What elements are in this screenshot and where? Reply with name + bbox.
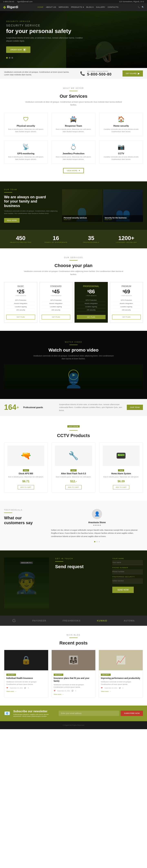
blog-post-2-read-more[interactable]: View more → [54, 693, 94, 695]
service-physical-icon: 🛡 [7, 116, 44, 123]
plans-description: Vestibulum commodo sit dolor sit quisque… [22, 270, 125, 276]
guard-description: Vestibulum commodo sit dolor sit quisque… [4, 210, 58, 215]
blog-post-1-image: 🔒 [4, 650, 48, 670]
logo[interactable]: ◈ Rigardi [3, 5, 18, 9]
service-input[interactable] [112, 578, 143, 583]
request-title: Send request [55, 564, 106, 569]
submit-button[interactable]: Send now [112, 587, 134, 593]
video-section: Watch video Watch our promo video Vestib… [0, 331, 147, 399]
service-home-icon: 🏠 [103, 116, 140, 123]
plan-basic-features: GPS Protection Assets Integration Locati… [6, 299, 35, 312]
guard-read-more-button[interactable]: Read more [4, 218, 20, 223]
nav-home[interactable]: Home [38, 6, 44, 8]
testimonial-right: 👤 Anastasia Stone ★★★★★ Nullam orci dui,… [51, 509, 143, 542]
stat-objects: 450 Objects protected [4, 235, 38, 243]
blog-img-icon-1: 🔒 [21, 655, 31, 665]
main-nav: ◈ Rigardi Home About Us Services Product… [0, 3, 147, 11]
nav-links: Home About Us Services Products ▾ Blog ▾… [38, 6, 118, 8]
name-input[interactable] [112, 560, 143, 565]
calendar-icon: 📅 [6, 687, 8, 689]
form-field-name: Your Name [112, 558, 143, 565]
guard-img-overlay-1: Personal security services Read more → [62, 215, 102, 222]
guard-image-personal: 👤 Personal security services Read more → [62, 189, 102, 222]
plan-premium-button[interactable]: Get plan [112, 315, 141, 319]
testimonial-label: Testimonials [4, 509, 45, 511]
services-subtitle: What We Offer [4, 87, 143, 89]
testimonial-divider [4, 513, 12, 513]
comment-icon-2: 💬 [72, 690, 74, 692]
blog-post-3: 📈 Security Improving performance and pro… [99, 650, 143, 698]
topbar-phone: 1-800-234-43 [3, 1, 14, 3]
our-team-button[interactable]: Our Team [127, 405, 143, 410]
plan-standard-button[interactable]: Get plan [42, 315, 70, 319]
phone-icon: 📞 [80, 71, 85, 76]
guard-image-business: 👥 Security for the business Read more → [103, 189, 143, 222]
nav-gallery[interactable]: Gallery [96, 6, 105, 8]
blog-img-icon-2: 👨‍👩‍👧 [68, 655, 79, 665]
testimonial-dots [51, 541, 143, 542]
top-bar: 1-800-234-43 rigordi@email.com 123 Somew… [0, 0, 147, 3]
testi-dot-3[interactable] [99, 541, 100, 542]
plan-standard-features: GPS Protection Assets Integration Locati… [42, 299, 70, 312]
blog-post-1-read-more[interactable]: View more → [6, 690, 46, 692]
testimonial-avatar: 👤 [92, 509, 102, 519]
nav-products[interactable]: Products ▾ [71, 6, 84, 8]
comment-icon-3: 💬 [119, 687, 121, 689]
newsletter-subscribe-button[interactable]: Subscribe Now [121, 711, 143, 716]
calendar-icon-3: 📅 [101, 687, 103, 689]
product-glock-cart-button[interactable]: Add to cart [18, 485, 34, 489]
blog-divider [69, 638, 78, 638]
blog-section: Main Blog Recent posts 🔒 Security Indivi… [0, 626, 147, 706]
guard-images: 👤 Personal security services Read more →… [62, 189, 143, 222]
cctv-tag: Shop Online [4, 424, 143, 429]
product-alarm-cart-button[interactable]: Add to cart [113, 485, 129, 489]
guard-img-link-1[interactable]: Read more → [64, 219, 100, 220]
product-glock-image: 🔫 [7, 445, 44, 466]
guard-img-overlay-2: Security for the business Read more → [103, 215, 143, 222]
get-guard-button[interactable]: Get guard ▶ [122, 70, 143, 76]
testi-dot-2[interactable] [96, 541, 98, 542]
nav-about[interactable]: About Us [46, 6, 56, 8]
hero-dots [6, 57, 84, 59]
arrow-right-icon-3: → [109, 690, 111, 692]
product-allen: 🔧 Sale Allen Steel Flash Tech 5.5 Duis i… [52, 442, 95, 493]
video-title: Watch our promo video [4, 347, 143, 353]
nav-services[interactable]: Services [58, 6, 69, 8]
testi-dot-1[interactable] [94, 541, 95, 542]
plan-professional-button[interactable]: Get plan [77, 315, 105, 319]
plan-basic-button[interactable]: Get plan [6, 315, 35, 319]
hero-dot-1[interactable] [6, 57, 8, 59]
stat-years: 16 Years of Experience [40, 235, 73, 243]
calendar-icon-2: 📅 [54, 690, 55, 692]
service-home: 🏠 Home security Curabitur venenatis arcu… [99, 113, 143, 136]
view-more-button[interactable]: View More ▼ [63, 168, 84, 173]
view-more-icon: ▼ [78, 169, 80, 172]
video-label: Watch video [4, 341, 143, 343]
nav-blog[interactable]: Blog ▾ [87, 6, 94, 8]
hero-order-button[interactable]: Order now ▶ [6, 46, 30, 53]
services-description: Vestibulum commodo sit dolor sit quisque… [22, 100, 125, 106]
blog-post-3-image: 📈 [99, 650, 143, 670]
cctv-section: Shop Online CCTV Products 🔫 Sale Glock A… [0, 416, 147, 501]
service-response-icon: 🚔 [55, 116, 92, 123]
video-divider [69, 345, 78, 345]
hero-label: Security Service [6, 20, 84, 22]
blog-post-3-read-more[interactable]: View more → [101, 690, 141, 692]
service-jewellery: 💍 Jewellery Protection Duis in lobortis … [52, 140, 95, 164]
guards-number-block: 164 + [4, 403, 19, 412]
plans-section: Our Services Choose your plan Vestibulum… [0, 248, 147, 331]
phone-input[interactable] [112, 569, 143, 574]
product-allen-cart-button[interactable]: Add to cart [65, 485, 82, 489]
newsletter-email-input[interactable] [58, 711, 119, 716]
nav-contacts[interactable]: Contacts [107, 6, 118, 8]
service-physical: 🛡 Physical security Duis in lobortis pur… [4, 113, 48, 136]
plans-divider [69, 260, 78, 260]
plans-title: Choose your plan [4, 263, 143, 268]
hero-dot-3[interactable] [11, 57, 13, 59]
hero-dot-2[interactable] [9, 57, 10, 59]
hero-description: Suspendisse lobortis id tortor ante, ut … [6, 36, 84, 42]
nav-search-icon[interactable]: 🔍 [142, 6, 144, 8]
guard-photo: 👮 SECURITY [4, 558, 49, 609]
guard-img-link-2[interactable]: Read more → [105, 219, 142, 220]
arrow-right-icon: → [15, 690, 17, 692]
